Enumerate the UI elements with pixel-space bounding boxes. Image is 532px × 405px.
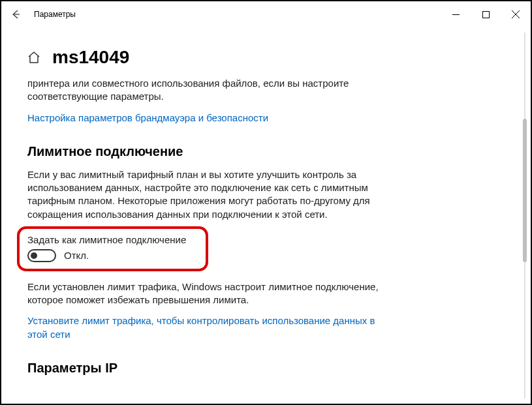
maximize-icon <box>482 11 490 18</box>
toggle-knob <box>31 252 37 259</box>
minimize-button[interactable] <box>441 1 471 27</box>
close-icon <box>512 10 520 18</box>
metered-after-text: Если установлен лимит трафика, Windows н… <box>27 280 380 307</box>
minimize-icon <box>452 11 460 18</box>
intro-paragraph: принтера или совместного использования ф… <box>27 77 380 104</box>
content-scroll[interactable]: ms14049 принтера или совместного использ… <box>1 27 531 404</box>
metered-toggle[interactable] <box>27 249 56 262</box>
maximize-button[interactable] <box>471 1 501 27</box>
titlebar: Параметры <box>1 1 531 27</box>
window-title: Параметры <box>29 10 441 19</box>
home-icon <box>27 51 40 64</box>
close-button[interactable] <box>501 1 531 27</box>
page-header: ms14049 <box>27 47 505 68</box>
back-button[interactable] <box>1 1 29 27</box>
scrollbar-thumb[interactable] <box>523 119 527 262</box>
window-controls <box>441 1 531 27</box>
metered-toggle-label: Задать как лимитное подключение <box>27 234 186 245</box>
page-title: ms14049 <box>52 47 129 68</box>
metered-toggle-state: Откл. <box>64 250 89 261</box>
metered-heading: Лимитное подключение <box>27 144 505 159</box>
metered-toggle-highlight: Задать как лимитное подключение Откл. <box>17 226 208 271</box>
metered-description: Если у вас лимитный тарифный план и вы х… <box>27 168 380 221</box>
arrow-left-icon <box>10 9 20 20</box>
firewall-settings-link[interactable]: Настройка параметров брандмауэра и безоп… <box>27 112 380 125</box>
svg-rect-2 <box>482 11 489 18</box>
ip-heading: Параметры IP <box>27 361 505 376</box>
data-limit-link[interactable]: Установите лимит трафика, чтобы контроли… <box>27 314 380 341</box>
